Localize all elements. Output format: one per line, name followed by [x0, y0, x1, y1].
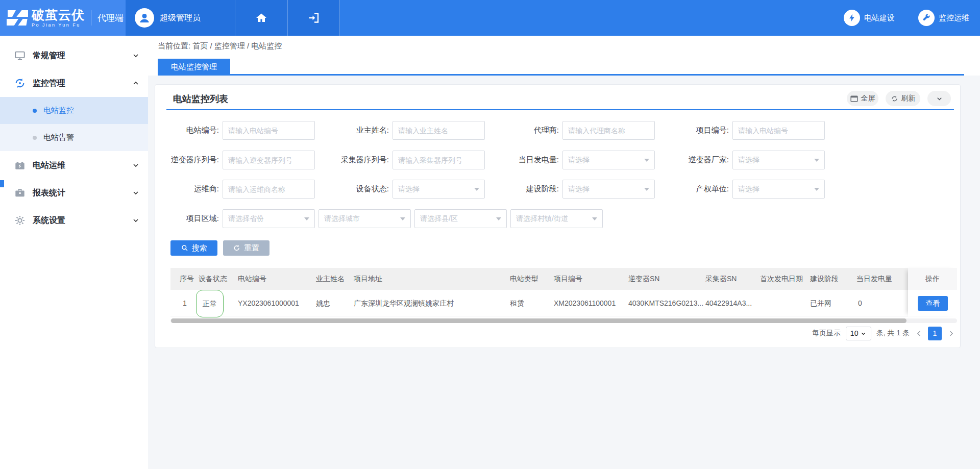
- per-page-label: 每页显示: [812, 329, 841, 338]
- page-1-button[interactable]: 1: [928, 327, 942, 340]
- collapse-button[interactable]: [927, 91, 951, 106]
- gear-icon: [14, 215, 26, 226]
- chevron-right-icon: [947, 330, 955, 337]
- field-project-region: 项目区域: 请选择省份 请选择城市 请选择县/区 请选择村镇/街道: [155, 209, 603, 228]
- logo-icon: [7, 9, 28, 27]
- home-icon: [255, 12, 267, 24]
- town-select[interactable]: 请选择村镇/街道: [510, 209, 603, 228]
- reset-button[interactable]: 重置: [223, 240, 270, 256]
- sidebar-item-label: 监控管理: [33, 78, 65, 89]
- logo-divider: [91, 10, 91, 26]
- horizontal-scrollbar[interactable]: [170, 318, 957, 323]
- station-no-input[interactable]: [223, 121, 315, 140]
- collector-sn-input[interactable]: [393, 151, 485, 169]
- cell-station-no: YX2023061000001: [238, 290, 299, 316]
- col-inverter-sn: 逆变器SN: [628, 268, 659, 290]
- page-size-select[interactable]: 10: [846, 327, 871, 340]
- bullet-dot-icon: [33, 136, 37, 140]
- sidebar-subitem-label: 电站告警: [43, 133, 74, 142]
- chevron-left-icon: [915, 330, 923, 337]
- monitor-icon: [14, 50, 26, 61]
- view-button[interactable]: 查看: [918, 296, 948, 311]
- sidebar-item-general-mgmt[interactable]: 常规管理: [0, 42, 148, 69]
- chevron-down-icon: [132, 189, 140, 197]
- col-stage: 建设阶段: [810, 268, 839, 290]
- caret-down-icon: [814, 188, 819, 191]
- sidebar-item-station-ops[interactable]: 电站运维: [0, 152, 148, 179]
- sidebar-item-system-settings[interactable]: 系统设置: [0, 207, 148, 234]
- refresh-label: 刷新: [901, 94, 916, 103]
- field-label: 设备状态:: [325, 184, 389, 194]
- caret-down-icon: [474, 188, 479, 191]
- select-placeholder: 请选择: [738, 156, 760, 165]
- field-inverter-sn: 逆变器序列号:: [155, 151, 315, 169]
- field-label: 项目区域:: [155, 214, 219, 224]
- sidebar: 常规管理 监控管理 电站监控 电站告警: [0, 36, 148, 469]
- top-header: 破茧云伏 Po Jian Yun Fu 代理端 超级管理员: [0, 0, 980, 36]
- scrollbar-thumb[interactable]: [171, 318, 906, 323]
- col-station-type: 电站类型: [510, 268, 538, 290]
- col-project-no: 项目编号: [554, 268, 582, 290]
- caret-down-icon: [496, 217, 501, 220]
- col-owner: 业主姓名: [316, 268, 345, 290]
- prev-page-button[interactable]: [915, 326, 923, 340]
- next-page-button[interactable]: [947, 326, 955, 340]
- col-first-gen: 首次发电日期: [760, 268, 803, 290]
- breadcrumb: 当前位置: 首页 / 监控管理 / 电站监控: [158, 41, 282, 51]
- cell-stage: 已并网: [810, 290, 831, 316]
- ops-vendor-input[interactable]: [223, 180, 315, 199]
- field-label: 业主姓名:: [325, 126, 389, 135]
- logout-button[interactable]: [287, 0, 340, 36]
- search-button[interactable]: 搜索: [170, 240, 217, 256]
- field-inverter-vendor: 逆变器厂家: 请选择: [665, 151, 825, 169]
- logo[interactable]: 破茧云伏 Po Jian Yun Fu 代理端: [0, 0, 126, 36]
- inverter-sn-input[interactable]: [223, 151, 315, 169]
- property-unit-select[interactable]: 请选择: [732, 180, 825, 199]
- home-button[interactable]: [235, 0, 287, 36]
- nav-monitor-ops[interactable]: 监控运维: [918, 10, 969, 26]
- device-status-select[interactable]: 请选择: [393, 180, 485, 199]
- field-build-stage: 建设阶段: 请选择: [495, 180, 655, 199]
- user-icon: [138, 12, 151, 24]
- caret-down-icon: [304, 217, 309, 220]
- province-select[interactable]: 请选择省份: [223, 209, 315, 228]
- caret-down-icon: [861, 331, 866, 336]
- county-select[interactable]: 请选择县/区: [414, 209, 507, 228]
- logo-text: 破茧云伏 Po Jian Yun Fu: [32, 8, 85, 28]
- sidebar-item-report-stats[interactable]: 报表统计: [0, 179, 148, 207]
- daily-generation-select[interactable]: 请选择: [562, 151, 655, 169]
- avatar: [135, 8, 154, 28]
- table-row[interactable]: 1 正常 YX2023061000001 姚忠 广东深圳龙华区观澜镇姚家庄村 租…: [170, 290, 957, 316]
- logout-icon: [308, 12, 320, 24]
- logo-title: 破茧云伏: [32, 8, 85, 21]
- fullscreen-icon: [850, 95, 858, 102]
- select-placeholder: 请选择: [738, 185, 760, 194]
- tab-station-monitor-mgmt[interactable]: 电站监控管理: [158, 59, 230, 76]
- cell-inverter-sn: 4030KMTS216G0213...: [628, 290, 703, 316]
- agent-input[interactable]: [562, 121, 655, 140]
- build-stage-select[interactable]: 请选择: [562, 180, 655, 199]
- station-table: 序号 设备状态 电站编号 业主姓名 项目地址 电站类型 项目编号 逆变器SN 采…: [170, 268, 957, 324]
- nav-monitor-ops-label: 监控运维: [939, 13, 969, 23]
- inverter-vendor-select[interactable]: 请选择: [732, 151, 825, 169]
- user-menu[interactable]: 超级管理员: [126, 0, 235, 36]
- nav-station-build[interactable]: 电站建设: [844, 10, 895, 26]
- user-name: 超级管理员: [160, 13, 201, 23]
- sidebar-subitem-station-monitor[interactable]: 电站监控: [0, 97, 148, 124]
- search-icon: [181, 244, 188, 252]
- pagination: 每页显示 10 条, 共 1 条 1: [812, 326, 955, 340]
- sidebar-item-monitor-mgmt[interactable]: 监控管理: [0, 69, 148, 97]
- select-placeholder: 请选择县/区: [420, 214, 458, 224]
- sidebar-subitem-station-alarm[interactable]: 电站告警: [0, 124, 148, 151]
- project-no-input[interactable]: [732, 121, 825, 140]
- field-device-status: 设备状态: 请选择: [325, 180, 485, 199]
- city-select[interactable]: 请选择城市: [318, 209, 411, 228]
- header-right-nav: 电站建设 监控运维: [844, 0, 969, 36]
- action-column: 操作 查看: [908, 268, 957, 316]
- owner-name-input[interactable]: [393, 121, 485, 140]
- caret-down-icon: [592, 217, 597, 220]
- chevron-up-icon: [132, 79, 140, 87]
- fullscreen-button[interactable]: 全屏: [847, 91, 878, 106]
- refresh-button[interactable]: 刷新: [886, 91, 920, 106]
- monitor-network-icon: [14, 78, 26, 89]
